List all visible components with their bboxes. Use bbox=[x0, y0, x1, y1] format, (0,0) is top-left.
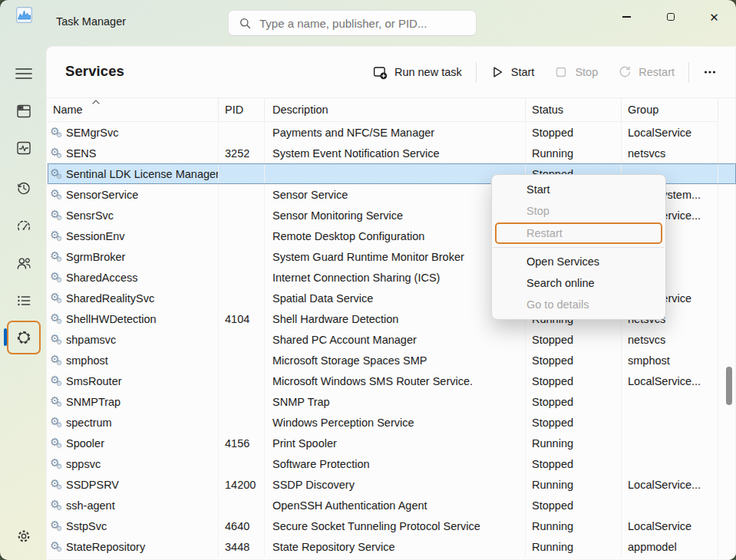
service-pid bbox=[219, 329, 265, 350]
table-row[interactable]: ⚙︎⚙︎ sppsvc Software Protection Stopped bbox=[48, 453, 736, 474]
sidebar-item-startup-apps[interactable] bbox=[8, 210, 40, 242]
service-description: Sensor Monitoring Service bbox=[265, 205, 526, 226]
table-row[interactable]: ⚙︎⚙︎ SstpSvc 4640 Secure Socket Tunnelin… bbox=[48, 516, 736, 536]
service-gear-icon: ⚙︎⚙︎ bbox=[50, 167, 64, 181]
column-header-pid[interactable]: PID bbox=[219, 98, 265, 122]
service-status: Stopped bbox=[526, 495, 622, 516]
service-description: Microsoft Windows SMS Router Service. bbox=[265, 371, 526, 391]
service-description: System Guard Runtime Monitor Broker bbox=[265, 246, 526, 267]
sidebar-item-details[interactable] bbox=[8, 285, 40, 317]
run-new-task-button[interactable]: Run new task bbox=[363, 59, 472, 86]
service-group: appmodel bbox=[622, 536, 718, 557]
service-description: Shared PC Account Manager bbox=[265, 329, 526, 350]
service-name: SmsRouter bbox=[66, 375, 122, 387]
service-gear-icon: ⚙︎⚙︎ bbox=[50, 499, 64, 512]
column-label: Name bbox=[53, 104, 83, 116]
sort-ascending-icon bbox=[92, 100, 100, 104]
menu-item-start[interactable]: Start bbox=[492, 179, 665, 200]
menu-item-go-to-details[interactable]: Go to details bbox=[492, 294, 665, 315]
sidebar-item-performance[interactable] bbox=[8, 132, 40, 164]
service-name: SENS bbox=[66, 147, 97, 160]
search-icon bbox=[239, 18, 251, 29]
service-name: Spooler bbox=[66, 437, 104, 450]
service-status: Stopped bbox=[526, 329, 622, 350]
column-label: Status bbox=[532, 104, 563, 116]
service-name: Sentinal LDK License Manager bbox=[66, 168, 219, 180]
table-row[interactable]: ⚙︎⚙︎ spectrum Windows Perception Service… bbox=[48, 412, 736, 433]
service-description: System Event Notification Service bbox=[265, 143, 526, 163]
service-status: Running bbox=[526, 516, 622, 536]
service-group: smphost bbox=[622, 350, 718, 371]
menu-item-search-online[interactable]: Search online bbox=[492, 272, 665, 294]
table-row[interactable]: ⚙︎⚙︎ SEMgrSvc Payments and NFC/SE Manage… bbox=[48, 122, 736, 143]
menu-item-open-services[interactable]: Open Services bbox=[492, 251, 665, 272]
service-pid bbox=[219, 122, 265, 143]
task-manager-logo-icon bbox=[16, 7, 32, 23]
service-name: SharedRealitySvc bbox=[66, 292, 154, 305]
start-button[interactable]: Start bbox=[480, 59, 545, 85]
service-name: SSDPSRV bbox=[66, 479, 119, 491]
table-row[interactable]: ⚙︎⚙︎ ssh-agent OpenSSH Authentication Ag… bbox=[48, 495, 736, 516]
service-name: smphost bbox=[66, 354, 108, 367]
column-header-description[interactable]: Description bbox=[265, 98, 526, 122]
table-row[interactable]: ⚙︎⚙︎ SSDPSRV 14200 SSDP Discovery Runnin… bbox=[48, 474, 736, 495]
service-group bbox=[622, 391, 718, 412]
table-row[interactable]: ⚙︎⚙︎ SNMPTrap SNMP Trap Stopped bbox=[48, 391, 736, 412]
close-icon: ✕ bbox=[709, 12, 719, 23]
service-description: Spatial Data Service bbox=[265, 288, 526, 308]
service-description: Software Protection bbox=[265, 453, 526, 474]
minimize-button[interactable] bbox=[605, 0, 649, 34]
service-pid bbox=[219, 412, 265, 433]
service-description bbox=[265, 163, 526, 184]
service-description: Windows Perception Service bbox=[265, 412, 526, 433]
menu-separator bbox=[493, 247, 665, 248]
toolbar-divider bbox=[688, 62, 689, 83]
service-pid bbox=[219, 205, 265, 226]
table-row[interactable]: ⚙︎⚙︎ SENS 3252 System Event Notification… bbox=[48, 143, 736, 163]
service-group: LocalService... bbox=[622, 474, 718, 495]
search-input[interactable] bbox=[259, 17, 467, 30]
restart-arrow-icon bbox=[618, 65, 632, 79]
table-row[interactable]: ⚙︎⚙︎ SmsRouter Microsoft Windows SMS Rou… bbox=[48, 371, 736, 391]
service-group: LocalService bbox=[622, 122, 718, 143]
more-options-button[interactable] bbox=[693, 59, 727, 85]
sidebar-item-settings[interactable] bbox=[8, 520, 40, 552]
stop-square-icon bbox=[554, 65, 568, 79]
search-box[interactable] bbox=[228, 10, 477, 36]
service-name: StateRepository bbox=[66, 541, 145, 553]
table-row[interactable]: ⚙︎⚙︎ StateRepository 3448 State Reposito… bbox=[48, 536, 736, 557]
table-row[interactable]: ⚙︎⚙︎ Spooler 4156 Print Spooler Running bbox=[48, 433, 736, 453]
maximize-button[interactable] bbox=[649, 0, 692, 34]
hamburger-icon bbox=[15, 68, 32, 80]
menu-item-stop[interactable]: Stop bbox=[492, 200, 665, 222]
menu-toggle-button[interactable] bbox=[8, 58, 40, 90]
column-header-status[interactable]: Status bbox=[526, 98, 622, 122]
table-row[interactable]: ⚙︎⚙︎ smphost Microsoft Storage Spaces SM… bbox=[48, 350, 736, 371]
service-description: State Repository Service bbox=[265, 536, 526, 557]
service-name: ShellHWDetection bbox=[66, 313, 157, 325]
app-history-icon bbox=[16, 180, 31, 196]
menu-item-restart[interactable]: Restart bbox=[495, 222, 662, 244]
titlebar: Task Manager ✕ bbox=[0, 0, 736, 46]
stop-button[interactable]: Stop bbox=[544, 59, 608, 85]
column-header-name[interactable]: Name bbox=[48, 98, 219, 122]
column-header-group[interactable]: Group bbox=[622, 98, 718, 122]
sidebar-item-services[interactable] bbox=[7, 321, 41, 354]
run-new-task-label: Run new task bbox=[394, 66, 462, 78]
service-name: shpamsvc bbox=[66, 334, 116, 346]
close-button[interactable]: ✕ bbox=[692, 0, 736, 34]
task-manager-window: Task Manager ✕ bbox=[0, 0, 736, 560]
sidebar-item-app-history[interactable] bbox=[8, 172, 40, 204]
startup-apps-icon bbox=[16, 219, 31, 234]
toolbar: Run new task Start Stop bbox=[363, 46, 727, 98]
service-name: SessionEnv bbox=[66, 230, 125, 242]
table-row[interactable]: ⚙︎⚙︎ shpamsvc Shared PC Account Manager … bbox=[48, 329, 736, 350]
sidebar-item-users[interactable] bbox=[8, 247, 40, 279]
sidebar-item-processes[interactable] bbox=[8, 95, 40, 127]
restart-button[interactable]: Restart bbox=[608, 59, 685, 85]
vertical-scrollbar-thumb[interactable] bbox=[726, 367, 732, 405]
service-group: netsvcs bbox=[622, 329, 718, 350]
column-label: Description bbox=[272, 104, 328, 116]
column-label: Group bbox=[628, 104, 658, 116]
settings-icon bbox=[16, 529, 31, 544]
